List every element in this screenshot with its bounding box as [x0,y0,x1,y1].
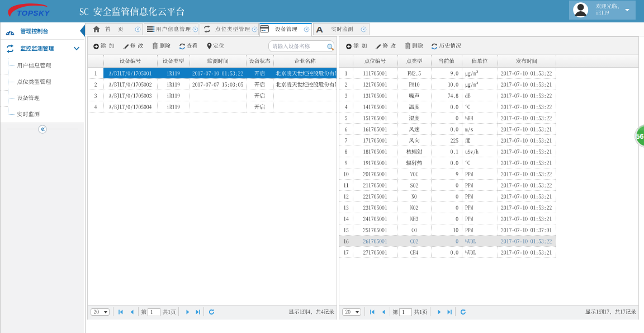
svg-text:56: 56 [636,133,644,140]
